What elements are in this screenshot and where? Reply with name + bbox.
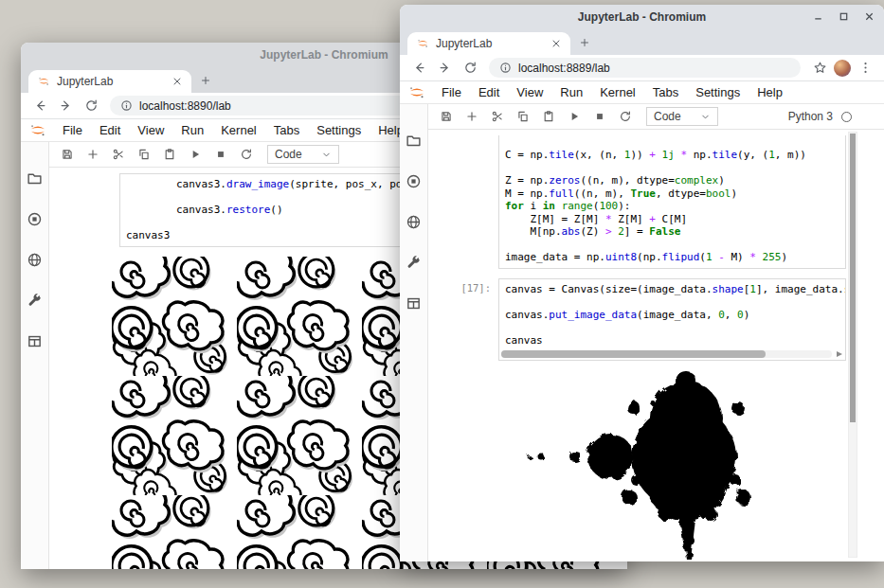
menu-settings[interactable]: Settings — [308, 123, 370, 137]
menu-tabs[interactable]: Tabs — [644, 85, 687, 99]
forward-button[interactable] — [433, 57, 456, 80]
cell-prompt — [438, 135, 498, 269]
window-title: JupyterLab - Chromium — [578, 10, 706, 24]
restart-icon[interactable] — [238, 146, 255, 163]
tab-close-icon[interactable] — [550, 38, 562, 49]
scroll-right-arrow-icon[interactable] — [837, 351, 842, 357]
stop-icon[interactable] — [591, 108, 608, 125]
running-kernels-icon[interactable] — [406, 173, 422, 189]
notebook-area: C = np.tile(x, (n, 1)) + 1j * np.tile(y,… — [428, 130, 884, 561]
tab-close-icon[interactable] — [171, 76, 183, 87]
url-text: localhost:8890/lab — [139, 99, 231, 113]
kernel-status-icon — [841, 112, 852, 122]
menu-tabs[interactable]: Tabs — [265, 123, 308, 137]
cell-type-dropdown[interactable]: Code — [267, 145, 339, 164]
menu-view[interactable]: View — [508, 85, 551, 99]
menu-run[interactable]: Run — [551, 85, 591, 99]
tools-icon[interactable] — [27, 293, 43, 309]
jupyter-logo-icon — [406, 85, 427, 99]
jupyter-favicon-icon — [37, 75, 50, 88]
minimize-button[interactable] — [813, 9, 823, 26]
menu-edit[interactable]: Edit — [470, 85, 508, 99]
new-tab-button[interactable] — [572, 31, 597, 54]
new-tab-button[interactable] — [193, 69, 218, 92]
paste-icon[interactable] — [161, 146, 178, 163]
menu-file[interactable]: File — [54, 123, 91, 137]
bookmark-star-icon[interactable] — [808, 57, 831, 80]
horizontal-scrollbar[interactable] — [501, 350, 832, 358]
tab-title: JupyterLab — [57, 75, 165, 88]
file-browser-icon[interactable] — [27, 170, 43, 187]
file-browser-icon[interactable] — [406, 133, 422, 149]
maximize-button[interactable] — [839, 9, 849, 26]
add-cell-icon[interactable] — [84, 146, 101, 163]
save-icon[interactable] — [438, 108, 455, 125]
close-button[interactable] — [864, 9, 875, 26]
cell-prompt — [59, 173, 119, 247]
cell-type-value: Code — [275, 148, 302, 161]
info-icon — [499, 62, 512, 74]
url-bar[interactable]: localhost:8889/lab — [489, 58, 801, 78]
menu-kernel[interactable]: Kernel — [212, 123, 265, 137]
back-button[interactable] — [28, 95, 51, 117]
save-icon[interactable] — [59, 146, 76, 163]
cut-icon[interactable] — [489, 108, 506, 125]
chevron-down-icon — [321, 150, 332, 160]
menu-run[interactable]: Run — [172, 123, 212, 137]
menu-settings[interactable]: Settings — [687, 85, 749, 99]
output-image-mandelbrot — [498, 370, 877, 561]
scrollbar-thumb[interactable] — [501, 350, 766, 358]
code-cell: C = np.tile(x, (n, 1)) + 1j * np.tile(y,… — [438, 135, 846, 269]
menu-edit[interactable]: Edit — [91, 123, 129, 137]
tab-strip: JupyterLab — [400, 29, 884, 55]
paste-icon[interactable] — [540, 108, 557, 125]
restart-icon[interactable] — [617, 108, 634, 125]
menu-file[interactable]: File — [433, 85, 470, 99]
browser-navbar: localhost:8889/lab — [400, 55, 884, 81]
menu-help[interactable]: Help — [749, 85, 791, 99]
run-icon[interactable] — [566, 108, 583, 125]
menu-kernel[interactable]: Kernel — [591, 85, 644, 99]
window-titlebar[interactable]: JupyterLab - Chromium — [400, 5, 884, 29]
browser-tab[interactable]: JupyterLab — [407, 32, 570, 55]
tabs-panel-icon[interactable] — [406, 295, 422, 312]
jupyter-logo-icon — [27, 123, 48, 137]
vertical-scrollbar[interactable] — [848, 132, 857, 558]
stop-icon[interactable] — [212, 146, 229, 163]
left-sidebar — [400, 104, 428, 561]
back-button[interactable] — [407, 57, 430, 80]
globe-icon[interactable] — [27, 252, 43, 268]
code-cell: [17]: canvas = Canvas(size=(image_data.s… — [438, 278, 846, 362]
copy-icon[interactable] — [135, 146, 153, 163]
scrollbar-thumb[interactable] — [850, 134, 856, 422]
chevron-down-icon — [700, 112, 711, 122]
url-text: localhost:8889/lab — [518, 62, 610, 75]
copy-icon[interactable] — [514, 108, 532, 125]
reload-button[interactable] — [80, 95, 102, 117]
tools-icon[interactable] — [406, 255, 422, 271]
cut-icon[interactable] — [110, 146, 127, 163]
jupyterlab-menubar: File Edit View Run Kernel Tabs Settings … — [400, 81, 884, 104]
left-sidebar — [21, 142, 49, 569]
code-editor[interactable]: C = np.tile(x, (n, 1)) + 1j * np.tile(y,… — [498, 135, 846, 269]
menu-view[interactable]: View — [129, 123, 172, 137]
cell-type-value: Code — [654, 110, 681, 123]
running-kernels-icon[interactable] — [27, 211, 43, 227]
jupyter-favicon-icon — [416, 37, 429, 50]
run-icon[interactable] — [187, 146, 204, 163]
window-title: JupyterLab - Chromium — [260, 48, 388, 62]
browser-tab[interactable]: JupyterLab — [28, 70, 191, 93]
reload-button[interactable] — [459, 57, 481, 80]
globe-icon[interactable] — [406, 214, 422, 230]
notebook-toolbar: Code Python 3 — [428, 104, 884, 130]
forward-button[interactable] — [54, 95, 77, 117]
tabs-panel-icon[interactable] — [27, 333, 43, 349]
tab-title: JupyterLab — [436, 37, 544, 50]
cell-type-dropdown[interactable]: Code — [646, 107, 718, 126]
add-cell-icon[interactable] — [463, 108, 480, 125]
code-editor[interactable]: canvas = Canvas(size=(image_data.shape[1… — [498, 278, 846, 362]
front-browser-window: JupyterLab - Chromium JupyterLab localho… — [400, 5, 884, 561]
kebab-menu-icon[interactable] — [854, 57, 876, 80]
kernel-name[interactable]: Python 3 — [788, 110, 833, 123]
profile-avatar[interactable] — [834, 60, 851, 77]
